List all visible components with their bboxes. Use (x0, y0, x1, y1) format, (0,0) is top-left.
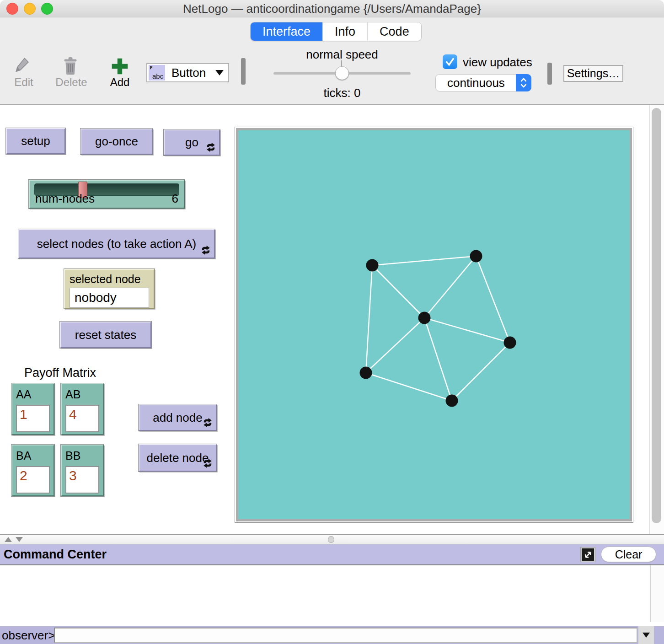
edit-button[interactable] (14, 56, 34, 76)
network-edge (366, 265, 372, 373)
command-center-title: Command Center (4, 547, 107, 562)
ticks-counter: ticks: 0 (273, 86, 411, 100)
world-view-frame (235, 127, 633, 523)
add-button-label: Add (104, 76, 135, 89)
selected-node-monitor: selected node nobody (64, 269, 155, 309)
monitor-label: selected node (70, 273, 149, 286)
window-title: NetLogo — anticoordinationgame {/Users/A… (0, 2, 664, 16)
view-updates-label: view updates (463, 55, 532, 70)
forever-icon (201, 246, 211, 255)
network-svg (238, 130, 630, 519)
go-button[interactable]: go (164, 129, 220, 156)
toolbar-separator-2 (547, 63, 552, 85)
dropdown-stepper (516, 74, 531, 91)
chevron-down-icon (643, 633, 650, 638)
widget-type-dropdown[interactable]: abc Button (146, 63, 229, 82)
world-view[interactable] (236, 128, 632, 521)
expand-arrows-icon (583, 550, 593, 560)
observer-prompt: observer> (2, 628, 55, 643)
network-node[interactable] (470, 250, 482, 263)
setup-button[interactable]: setup (6, 128, 65, 154)
go-once-button[interactable]: go-once (80, 129, 153, 155)
payoff-input-AB: AB 4 (61, 383, 104, 435)
payoff-input-BA: BA 2 (11, 445, 54, 496)
output-scrollbar-track[interactable] (650, 565, 664, 622)
network-edge (452, 343, 510, 401)
tab-code[interactable]: Code (368, 22, 421, 41)
checkmark-icon (444, 56, 455, 67)
speed-slider-label: normal speed (273, 48, 411, 62)
network-edge (476, 256, 510, 343)
delete-button-label: Delete (52, 76, 91, 89)
command-history-dropdown[interactable] (638, 626, 654, 644)
network-node[interactable] (504, 337, 516, 349)
network-edge (372, 256, 476, 265)
network-node[interactable] (446, 395, 458, 407)
cursor-glyph (150, 66, 153, 70)
add-button[interactable] (111, 58, 129, 75)
trash-icon (62, 56, 79, 75)
delete-button[interactable] (62, 56, 80, 76)
tab-info[interactable]: Info (323, 22, 368, 41)
payoff-input-AA-field[interactable]: 1 (16, 405, 50, 432)
network-edge (366, 318, 424, 373)
splitter-handle[interactable] (328, 536, 334, 543)
network-node[interactable] (366, 259, 379, 272)
chevron-up-down-icon (519, 76, 528, 89)
network-node[interactable] (418, 312, 431, 324)
payoff-input-BB-field[interactable]: 3 (65, 466, 99, 494)
payoff-input-BA-field[interactable]: 2 (16, 466, 50, 494)
pencil-icon (14, 56, 32, 74)
network-node[interactable] (360, 367, 372, 379)
update-mode-dropdown[interactable]: continuous (435, 74, 531, 91)
network-edge (372, 265, 424, 318)
export-command-center-button[interactable] (581, 547, 595, 562)
payoff-input-BB: BB 3 (61, 445, 104, 496)
payoff-matrix-title: Payoff Matrix (24, 366, 96, 380)
view-updates-checkbox[interactable] (443, 54, 457, 69)
delete-node-button[interactable]: delete node (139, 444, 217, 472)
num-nodes-slider[interactable]: num-nodes 6 (29, 180, 185, 209)
network-edge (424, 318, 510, 343)
command-center-output[interactable] (0, 564, 664, 626)
command-input[interactable] (54, 628, 637, 643)
payoff-input-AB-field[interactable]: 4 (65, 405, 99, 432)
vertical-scrollbar-thumb[interactable] (652, 108, 661, 523)
network-edge (366, 373, 452, 401)
network-edge (424, 318, 452, 401)
forever-icon (203, 459, 213, 468)
forever-icon (203, 418, 213, 427)
num-nodes-label: num-nodes (35, 192, 95, 206)
splitter-collapse-down-icon[interactable] (16, 537, 23, 542)
update-mode-value: continuous (436, 76, 516, 90)
plus-icon (111, 58, 129, 75)
reset-states-button[interactable]: reset states (60, 322, 151, 348)
settings-button[interactable]: Settings… (563, 65, 623, 82)
clear-button[interactable]: Clear (601, 547, 656, 562)
num-nodes-value: 6 (172, 192, 178, 206)
widget-type-value: Button (171, 66, 215, 80)
tab-bar: Interface Info Code (250, 22, 422, 41)
splitter-collapse-up-icon[interactable] (5, 537, 12, 542)
select-nodes-button[interactable]: select nodes (to take action A) (18, 229, 215, 258)
add-node-button[interactable]: add node (139, 404, 217, 431)
forever-icon (206, 143, 216, 152)
edit-button-label: Edit (7, 76, 40, 89)
network-edge (424, 256, 476, 318)
toolbar-separator (241, 58, 246, 85)
button-widget-icon: abc (149, 65, 165, 80)
monitor-value: nobody (70, 288, 149, 308)
netlogo-window: NetLogo — anticoordinationgame {/Users/A… (0, 0, 664, 644)
chevron-down-icon (215, 70, 224, 75)
speed-slider-thumb[interactable] (335, 66, 349, 80)
payoff-input-AA: AA 1 (11, 383, 54, 435)
tab-interface[interactable]: Interface (251, 22, 323, 41)
title-bar: NetLogo — anticoordinationgame {/Users/A… (0, 0, 664, 17)
